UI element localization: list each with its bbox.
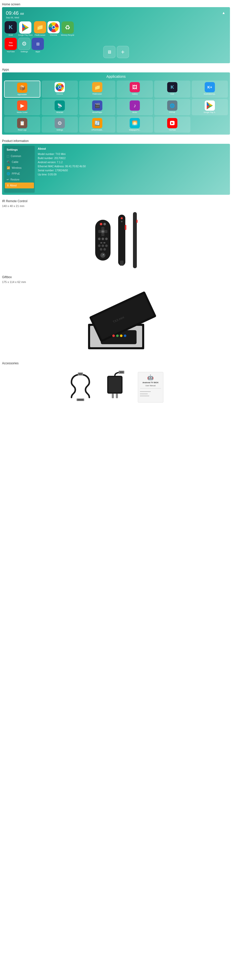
wifi-icon: ▲ <box>222 11 226 15</box>
app-item-mediacenter[interactable]: ▶ Media Center <box>4 99 40 115</box>
common-icon: ⬚ <box>6 154 9 158</box>
app-item-updateba[interactable]: 🔄 UPDATE&BA.. <box>79 116 115 132</box>
accessories-images: 🤖 Android TV BOX User Manual ▬▬▬▬▬▬▬▬▬▬▬… <box>0 368 232 406</box>
svg-point-7 <box>52 26 55 29</box>
app-item-settings[interactable]: ⚙ Settings <box>42 116 78 132</box>
accessories-label: Accessories <box>0 360 232 366</box>
app-item-filebrowser[interactable]: 📁 FileBrowser <box>79 81 115 98</box>
home-date: Sep 06, Wed <box>6 16 19 19</box>
sidebar-item-pppoe[interactable]: 🌐 PPPoE <box>4 171 35 177</box>
power-btn <box>100 223 102 225</box>
vol-up-btn <box>100 242 102 243</box>
svg-rect-31 <box>109 377 121 392</box>
home-screen: 09:46 AM Sep 06, Wed ▲ K Kodi Goo <box>2 7 230 63</box>
extra-btn3 <box>105 245 108 247</box>
sidebar-item-common[interactable]: ⬚ Common <box>4 153 35 159</box>
info-serial: Serial number: 170824b50 <box>38 169 225 172</box>
svg-point-23 <box>116 334 119 337</box>
dpad: OK <box>98 227 107 236</box>
app-item-chrome[interactable]: Chrome <box>42 81 78 98</box>
menu-btn <box>105 238 108 240</box>
extra-btn4 <box>100 248 102 251</box>
home-app-googleplay[interactable]: Google Play Store <box>18 21 33 36</box>
app-item-readlogs[interactable]: 📋 Read Logs <box>4 116 40 132</box>
accessory-cable <box>69 372 92 402</box>
home-app-youtube[interactable]: You Tube YouTube <box>5 38 17 53</box>
product-info-label: Product information <box>0 138 232 144</box>
giftbox-svg: TX3 mini <box>68 288 165 354</box>
sidebar-item-restore[interactable]: ↩ Restore <box>4 177 35 183</box>
app-item-wallpaper[interactable]: 🌅 WallpaperPic.. <box>117 116 153 132</box>
manual-subtitle: User Manual <box>140 385 161 387</box>
about-title: About <box>38 147 225 150</box>
svg-rect-32 <box>112 394 114 398</box>
cable-svg <box>69 372 92 402</box>
ok-btn: OK <box>101 230 105 233</box>
sidebar-label-about: About <box>10 184 17 187</box>
info-mac: Ethernet MAC Address: 06:41:70:82:4b:50 <box>38 165 225 168</box>
mute-btn <box>103 223 106 225</box>
flat-body <box>133 212 137 268</box>
cable-icon: 🔌 <box>6 161 10 164</box>
svg-point-25 <box>124 334 126 337</box>
extra-btn1 <box>98 245 101 247</box>
accessory-charger <box>99 371 130 404</box>
home-app-memrecycle[interactable]: ♻ Memory Recycle <box>61 21 74 36</box>
home-app-add[interactable]: + <box>117 46 129 59</box>
usb-connector <box>120 261 123 266</box>
charger-svg <box>99 371 130 404</box>
apps-title: Applications <box>4 75 228 78</box>
sidebar-label-common: Common <box>11 155 21 158</box>
home-app-chrome[interactable]: Chrome <box>48 21 60 36</box>
pppoe-sidebar-icon: 🌐 <box>6 172 10 175</box>
apps-grid: 📦 AppInstaller <box>4 81 228 132</box>
app-item-miracast[interactable]: 📡 Miracast <box>42 99 78 115</box>
sidebar-item-wireless[interactable]: 📶 Wireless <box>4 165 35 171</box>
remote-front: OK <box>95 220 110 261</box>
info-model: Model number: TX3 Mini <box>38 153 225 156</box>
app-item-kodi[interactable]: K Kodi <box>154 81 190 98</box>
svg-point-24 <box>120 334 123 337</box>
stick-side-btn <box>125 225 126 230</box>
home-time: 09:46 AM <box>6 10 24 16</box>
wireless-icon: 📶 <box>6 166 10 170</box>
home-btn <box>102 238 104 240</box>
home-app-settings[interactable]: ⚙ Settings <box>18 38 30 53</box>
app-item-appinstaller[interactable]: 📦 AppInstaller <box>4 81 40 98</box>
home-app-kodi[interactable]: K Kodi <box>5 21 17 36</box>
apps-screen: Applications 📦 AppInstaller <box>2 72 230 135</box>
stick-indicator <box>121 221 123 222</box>
app-item-movieplayer[interactable]: 🎬 MoviePlayer <box>79 99 115 115</box>
sidebar-item-about[interactable]: ℹ About <box>5 183 34 188</box>
apps-label: Apps <box>0 66 232 72</box>
info-uptime: Up time: 0:05:09 <box>38 173 225 176</box>
app-item-kodiaddon[interactable]: K+ KodiAddonUp.. <box>192 81 228 98</box>
android-icon: 🤖 <box>140 374 161 380</box>
app-item-music[interactable]: ♪ Music <box>117 99 153 115</box>
app-item-googleplay[interactable]: Google Play S.. <box>192 99 228 115</box>
vol-down-btn <box>103 242 106 243</box>
app-item-pppoe[interactable]: 🌐 PPPoE <box>154 99 190 115</box>
app-item-youtube[interactable]: ▶ YouTube <box>154 116 190 132</box>
svg-rect-35 <box>120 371 123 373</box>
svg-point-22 <box>112 334 115 337</box>
extra-btn5 <box>103 248 106 251</box>
home-app-apps[interactable]: ⊞ Apps <box>32 38 44 53</box>
svg-rect-29 <box>77 399 83 401</box>
manual-booklet: 🤖 Android TV BOX User Manual ▬▬▬▬▬▬▬▬▬▬▬… <box>138 372 163 402</box>
giftbox-image: TX3 mini <box>0 286 232 357</box>
sidebar-item-cable[interactable]: 🔌 Cable <box>4 159 35 165</box>
ir-remote-label: IR Remote Control <box>0 198 232 204</box>
home-screen-label: Home screen <box>0 1 232 7</box>
ir-images: OK <box>0 210 232 271</box>
app-item-gallery[interactable]: 🖼 Gallery <box>117 81 153 98</box>
about-icon: ℹ <box>7 184 8 187</box>
accessory-manual: 🤖 Android TV BOX User Manual ▬▬▬▬▬▬▬▬▬▬▬… <box>138 372 163 402</box>
giftbox-label: Giftbox <box>0 274 232 280</box>
mic-btn: 🎤 <box>100 253 106 258</box>
home-app-tv[interactable]: 🖥 <box>103 46 115 59</box>
remote-body-front: OK <box>95 220 110 261</box>
manual-title: Android TV BOX <box>140 382 161 384</box>
home-app-filebrowser[interactable]: 📁 FileBrowser <box>34 21 46 36</box>
restore-icon: ↩ <box>6 178 9 181</box>
